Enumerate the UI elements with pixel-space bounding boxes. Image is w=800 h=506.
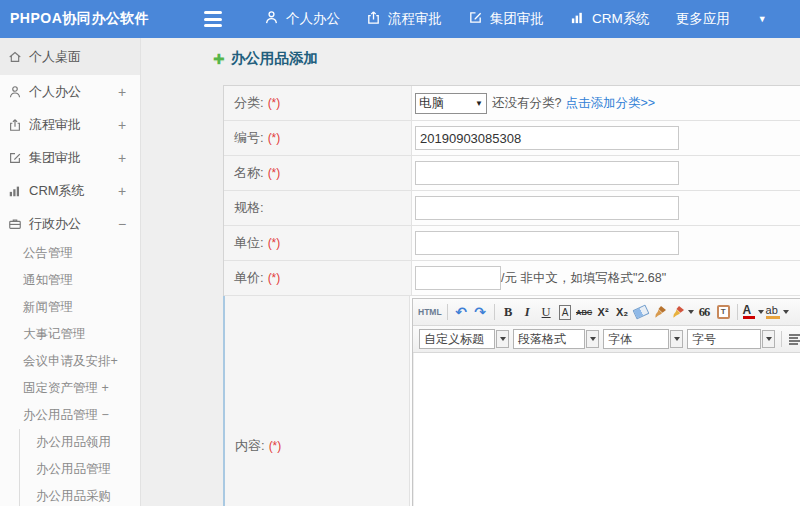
sidebar-item-supplies-claim[interactable]: 办公用品领用 — [20, 429, 140, 456]
sidebar-item-label: 集团审批 — [29, 149, 118, 167]
select-arrow-icon: ▼ — [475, 99, 483, 108]
sidebar-item-admin-office[interactable]: 行政办公 − — [0, 207, 140, 240]
sidebar-item-news-mgmt[interactable]: 新闻管理 — [0, 294, 140, 321]
subscript-button[interactable]: X₂ — [614, 302, 631, 322]
toolbar-separator — [781, 331, 782, 347]
editor-toolbar-row1: HTML ↶ ↷ B I U A ABC X² X₂ — [413, 299, 800, 326]
sidebar-item-crm-system[interactable]: CRM系统 + — [0, 174, 140, 207]
nav-group-approval[interactable]: 集团审批 — [468, 10, 544, 28]
editor-toolbar-row2: 自定义标题 段落格式 字体 — [413, 326, 800, 353]
supplies-form-table: 分类: (*) 电脑 ▼ 还没有分类? 点击添加分类>> 编号: (*) — [223, 85, 800, 506]
sidebar-item-events-mgmt[interactable]: 大事记管理 — [0, 321, 140, 348]
expand-icon[interactable]: + — [118, 183, 140, 199]
collapse-icon[interactable]: − — [118, 216, 140, 232]
page-title-row: ✚ 办公用品添加 — [213, 49, 318, 68]
code-input[interactable] — [415, 126, 679, 150]
sidebar-item-personal-desktop[interactable]: 个人桌面 — [0, 38, 140, 75]
nav-personal-office[interactable]: 个人办公 — [264, 10, 340, 28]
main-content: ✚ 办公用品添加 分类: (*) 电脑 ▼ 还没有分类? 点击添加分类>> — [141, 38, 800, 506]
sidebar-item-supplies-purchase[interactable]: 办公用品采购 — [20, 483, 140, 506]
blockquote-button[interactable]: 66 — [696, 302, 713, 322]
expand-icon[interactable]: + — [118, 117, 140, 133]
person-icon — [8, 85, 22, 99]
menu-toggle-button[interactable] — [204, 9, 226, 29]
expand-icon[interactable]: + — [118, 150, 140, 166]
category-select[interactable]: 电脑 ▼ — [415, 93, 487, 114]
remove-format-button[interactable] — [633, 302, 650, 322]
nav-label: CRM系统 — [592, 10, 650, 28]
source-code-button[interactable]: HTML — [418, 302, 442, 322]
name-input[interactable] — [415, 161, 679, 185]
workflow-icon — [366, 10, 388, 28]
nav-label: 更多应用 — [676, 10, 730, 28]
sidebar-item-supplies-mgmt[interactable]: 办公用品管理 − — [0, 402, 140, 429]
sidebar-item-notice-mgmt[interactable]: 通知管理 — [0, 267, 140, 294]
expand-icon[interactable]: + — [118, 84, 140, 100]
caret-down-icon[interactable]: ▼ — [758, 14, 767, 24]
add-category-link[interactable]: 点击添加分类>> — [565, 95, 655, 112]
briefcase-icon — [8, 217, 22, 231]
editor-content-area[interactable] — [413, 353, 800, 506]
nav-label: 集团审批 — [490, 10, 544, 28]
font-size-select[interactable]: 字号 — [687, 329, 775, 349]
italic-button[interactable]: I — [519, 302, 536, 322]
caret-down-icon — [758, 310, 764, 314]
sidebar-item-supplies-manage[interactable]: 办公用品管理 — [20, 456, 140, 483]
add-icon: ✚ — [213, 51, 225, 67]
sidebar-item-workflow-approval[interactable]: 流程审批 + — [0, 108, 140, 141]
form-row-spec: 规格: — [224, 191, 800, 226]
highlight-color-button[interactable]: ab — [766, 302, 789, 322]
align-left-button[interactable] — [789, 334, 800, 345]
caret-down-icon — [783, 310, 789, 314]
home-icon — [8, 50, 22, 64]
price-label: 单价: — [234, 269, 264, 287]
category-hint: 还没有分类? — [492, 95, 561, 112]
unit-input[interactable] — [415, 231, 679, 255]
font-color-icon: A — [743, 305, 755, 319]
form-row-content: 内容: (*) HTML ↶ ↷ B I U — [223, 296, 800, 506]
category-label: 分类: — [234, 94, 264, 112]
paste-as-text-button[interactable]: T — [715, 302, 732, 322]
form-row-unit: 单位: (*) — [224, 226, 800, 261]
app-header: PHPOA协同办公软件 个人办公 流程审批 — [0, 0, 800, 38]
sidebar-item-assets-mgmt[interactable]: 固定资产管理 + — [0, 375, 140, 402]
spec-label: 规格: — [234, 199, 264, 217]
toolbar-separator — [447, 304, 448, 320]
redo-button[interactable]: ↷ — [472, 302, 489, 322]
font-border-button[interactable]: A — [557, 302, 574, 322]
paragraph-format-select[interactable]: 段落格式 — [513, 329, 599, 349]
underline-button[interactable]: U — [538, 302, 555, 322]
nav-label: 个人办公 — [286, 10, 340, 28]
edit-square-icon — [8, 151, 22, 165]
sidebar-item-meeting-mgmt[interactable]: 会议申请及安排+ — [0, 348, 140, 375]
top-navigation: 个人办公 流程审批 集团审批 — [264, 10, 767, 28]
app-logo: PHPOA协同办公软件 — [0, 10, 168, 28]
strikethrough-button[interactable]: ABC — [576, 302, 593, 322]
name-label: 名称: — [234, 164, 264, 182]
undo-button[interactable]: ↶ — [453, 302, 470, 322]
person-icon — [264, 10, 286, 28]
nav-workflow-approval[interactable]: 流程审批 — [366, 10, 442, 28]
eraser-icon — [633, 305, 650, 320]
font-family-select[interactable]: 字体 — [603, 329, 683, 349]
autotypeset-button[interactable] — [671, 302, 694, 322]
rich-text-editor: HTML ↶ ↷ B I U A ABC X² X₂ — [412, 298, 800, 506]
app-window: PHPOA协同办公软件 个人办公 流程审批 — [0, 0, 800, 506]
price-input[interactable] — [415, 266, 501, 290]
custom-title-select[interactable]: 自定义标题 — [419, 329, 509, 349]
sidebar-item-group-approval[interactable]: 集团审批 + — [0, 141, 140, 174]
caret-down-icon — [688, 310, 694, 314]
nav-crm-system[interactable]: CRM系统 — [570, 10, 650, 28]
sidebar-item-announcement-mgmt[interactable]: 公告管理 — [0, 240, 140, 267]
nav-more-apps[interactable]: 更多应用 — [676, 10, 730, 28]
bold-button[interactable]: B — [500, 302, 517, 322]
font-color-button[interactable]: A — [743, 302, 764, 322]
unit-label: 单位: — [234, 234, 264, 252]
superscript-button[interactable]: X² — [595, 302, 612, 322]
sidebar: 个人桌面 个人办公 + 流程审批 + — [0, 38, 141, 506]
bar-chart-icon — [570, 10, 592, 28]
format-painter-button[interactable] — [652, 302, 669, 322]
spec-input[interactable] — [415, 196, 679, 220]
sidebar-item-personal-office[interactable]: 个人办公 + — [0, 75, 140, 108]
required-marker: (*) — [268, 96, 281, 110]
